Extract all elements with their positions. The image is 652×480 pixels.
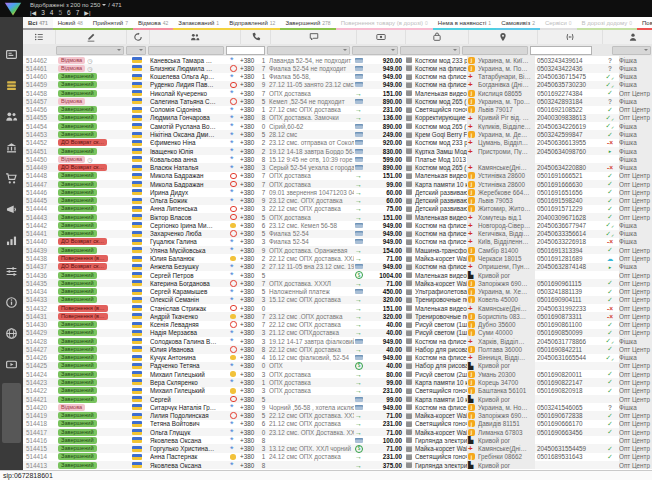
- table-row[interactable]: 514417ЗавершенийОльга Глущук*+380023.12 …: [23, 428, 652, 436]
- table-row[interactable]: 514431Повернення (в…Андрій Ткаченко+3807…: [23, 312, 652, 320]
- filter-input[interactable]: [530, 46, 592, 55]
- sidebar-item-sliders[interactable]: [5, 264, 18, 277]
- page-button-4[interactable]: 4: [50, 9, 54, 16]
- column-header-edit[interactable]: [56, 30, 127, 44]
- table-row[interactable]: 514415ЗавершенийГоргулько Христина…*+380…: [23, 444, 652, 452]
- table-row[interactable]: 514424ЗавершенийМихаил Гилецький+3803ОПХ…: [23, 370, 652, 378]
- table-row[interactable]: 514444ЗавершенийАнна Липенська+380322.12…: [23, 205, 652, 213]
- first-page-icon[interactable]: |◀: [30, 9, 36, 16]
- table-row[interactable]: 514433ЗавершенийОлексій Семанін*+380315.…: [23, 296, 652, 304]
- filter-dropdown[interactable]: [56, 46, 124, 55]
- table-row[interactable]: 514421ЗавершенийСергей+380599.00Карта па…: [23, 395, 652, 403]
- table-row[interactable]: 514438Повернення (в…Юлия Баланюк+380222.…: [23, 254, 652, 262]
- sidebar-item-bank[interactable]: [5, 140, 18, 153]
- table-row[interactable]: 514418ЗавершенийТетяна Войтович*+380621.…: [23, 420, 652, 428]
- table-row[interactable]: 514426ЗавершенийКучук Антонина+380416.12…: [23, 354, 652, 362]
- sidebar-item-users[interactable]: [5, 109, 18, 122]
- filter-dropdown[interactable]: [148, 46, 224, 55]
- product-name: Маленькая видеокамера SQ8 *…: [415, 213, 467, 221]
- table-row[interactable]: 514420ВідмоваСитарчук Наталія Гр…*+3809Ч…: [23, 403, 652, 411]
- app-logo[interactable]: [3, 1, 23, 16]
- column-header-product[interactable]: [406, 30, 469, 44]
- last-page-icon[interactable]: ▶|: [84, 9, 90, 16]
- table-row[interactable]: 514457ВідмоваСалегина Татьяна С…+3805Кем…: [23, 97, 652, 105]
- page-button-5[interactable]: 5: [58, 9, 62, 16]
- table-row[interactable]: 514430ЗавершенийКсенія Левадняя+380722.1…: [23, 321, 652, 329]
- tab-13[interactable]: Повернений0: [637, 17, 652, 30]
- sidebar-scrollbar[interactable]: [2, 383, 21, 443]
- table-row[interactable]: 514439ЗавершенийУляна Мусійовська*+3809О…: [23, 246, 652, 254]
- table-row[interactable]: 514453ЗавершенийНікітіна Оксана Дми…*+38…: [23, 130, 652, 138]
- sidebar-item-dashboard[interactable]: [5, 47, 18, 60]
- table-row[interactable]: 514446ЗавершенийИрина Дидух*+380709.01 з…: [23, 188, 652, 196]
- table-row[interactable]: 514425ЗавершенийРадченко Тетяна*+3800ОПХ…: [23, 362, 652, 370]
- table-row[interactable]: 514459ЗавершенийРуденко Лидия Пав…+38092…: [23, 81, 652, 89]
- sidebar-item-orders[interactable]: [5, 78, 18, 91]
- table-row[interactable]: 514461Відмова◷Близнюк Людмила …+3807Фиал…: [23, 64, 652, 72]
- table-row[interactable]: 514427ЗавершенийЮлия Иванова+380822.12 с…: [23, 345, 652, 353]
- table-row[interactable]: 514462Відмова◷Каневська Тамара …*+3801Ла…: [23, 56, 652, 64]
- table-row[interactable]: 514429ЗавершенийНадія Мерзаєва*+380321.1…: [23, 329, 652, 337]
- column-header-sip[interactable]: [538, 30, 603, 44]
- filter-dropdown[interactable]: [267, 46, 350, 55]
- page-button-3[interactable]: 3: [41, 9, 45, 16]
- table-row[interactable]: 514428ЗавершенийСолодкова Галина В…*+380…: [23, 337, 652, 345]
- filter-input[interactable]: [226, 46, 265, 55]
- table-row[interactable]: 514449ДО Возврат ск…Власюк Наталья*+3803…: [23, 163, 652, 171]
- payment-cell: →: [354, 89, 365, 97]
- tab-2[interactable]: Новий48: [53, 17, 88, 30]
- table-row[interactable]: 514435ЗавершенийКатерина Богданова+3807О…: [23, 279, 652, 287]
- filter-dropdown[interactable]: [352, 46, 398, 55]
- column-header-pin[interactable]: [469, 30, 538, 44]
- table-row[interactable]: 514450Відмова◷Ковальова анна*+380815.12 …: [23, 155, 652, 163]
- table-row[interactable]: 514440ДО Возврат ск…Гуцалюк Галина*+3803…: [23, 238, 652, 246]
- table-row[interactable]: 514432Повернення (в…Станіслав Стрижак+38…: [23, 304, 652, 312]
- sidebar-item-chart[interactable]: [5, 233, 18, 246]
- table-row[interactable]: 514436ЗавершенийСергей Петров*+3805$1004…: [23, 271, 652, 279]
- table-row[interactable]: 514416ЗавершенийЯковлева Оксана*+3808100…: [23, 436, 652, 444]
- column-header-list[interactable]: [23, 30, 56, 44]
- table-row[interactable]: 514437ДО Возврат ск…Анжела Безушку*+3802…: [23, 263, 652, 271]
- table-row[interactable]: 514413ЗавершенийЯковлева Оксана*+3808→37…: [23, 461, 652, 469]
- page-button-6[interactable]: 6: [67, 9, 71, 16]
- status-badge: Завершений: [58, 247, 97, 254]
- table-row[interactable]: 514456ЗавершенийСоломія Сідоніна*+380127…: [23, 106, 652, 114]
- page-button-7[interactable]: 7: [76, 9, 80, 16]
- column-header-phone[interactable]: [241, 30, 271, 44]
- sidebar-item-megaphone[interactable]: [5, 202, 18, 215]
- table-row[interactable]: 514451ЗавершенийІващенко Юлія*+380219.12…: [23, 147, 652, 155]
- filter-dropdown[interactable]: [400, 46, 460, 55]
- column-header-chat[interactable]: [271, 30, 357, 44]
- column-header-users[interactable]: [150, 30, 241, 44]
- records-range[interactable]: Відображені з 200 по 250/ 471: [30, 2, 122, 8]
- table-row[interactable]: 514447ЗавершенийМикола Бадражан+3807ОПХ …: [23, 180, 652, 188]
- table-row[interactable]: 514434ЗавершенийСергей Карамышев*+3805На…: [23, 287, 652, 295]
- tab-9[interactable]: Нема в наявності1: [433, 17, 496, 30]
- sidebar-item-globe[interactable]: [5, 326, 18, 339]
- table-row[interactable]: 514452ДО Возврат ск…Єфименко Ніна*+38022…: [23, 139, 652, 147]
- table-row[interactable]: 514458ЗавершенийНиколай Кучеренко*+3807О…: [23, 89, 652, 97]
- table-row[interactable]: 514419ЗавершенийЛилия Подолинская+380522…: [23, 411, 652, 419]
- sidebar-item-cart[interactable]: [5, 171, 18, 184]
- table-row[interactable]: 514454ЗавершенийСамотій Руслана Во…*+380…: [23, 122, 652, 130]
- column-header-user[interactable]: [603, 30, 652, 44]
- table-row[interactable]: 514448ЗавершенийМикола Бадражан+3807ОПХ …: [23, 172, 652, 180]
- column-header-money[interactable]: [357, 30, 406, 44]
- filter-dropdown[interactable]: [126, 46, 146, 55]
- sidebar-item-video[interactable]: [5, 357, 18, 370]
- table-row[interactable]: 514422ЗавершенийМихаил Гилецький+3803ОПХ…: [23, 387, 652, 395]
- table-row[interactable]: 514441ЗавершенийЗахарченко Люба+3805Фиал…: [23, 230, 652, 238]
- table-row[interactable]: 514423ЗавершенийВера Скляренко*+3801ОПХ …: [23, 378, 652, 386]
- tracking-number: 0501690904111: [535, 296, 601, 304]
- filter-dropdown[interactable]: [462, 46, 528, 55]
- table-row[interactable]: 514455ЗавершенийЛюдмила Гончарова*+3808О…: [23, 114, 652, 122]
- table-row[interactable]: 514460ЗавершенийКошелева Ольга Ар…*+3801…: [23, 73, 652, 81]
- filter-dropdown[interactable]: [612, 46, 651, 55]
- sidebar-item-info[interactable]: [5, 295, 18, 308]
- table-row[interactable]: 514414ЗавершенийАнна Пастернак+380124.12…: [23, 453, 652, 461]
- column-header-refresh[interactable]: [127, 30, 150, 44]
- table-row[interactable]: 514443ЗавершенийВіктор Власов+3805ОПХ до…: [23, 213, 652, 221]
- novaposhta-icon: +: [468, 238, 473, 246]
- table-row[interactable]: 514442ЗавершенийСергіонко Ірина Ми…+3806…: [23, 221, 652, 229]
- table-row[interactable]: 514445ЗавершенийОльга Божик*+380923.12 с…: [23, 197, 652, 205]
